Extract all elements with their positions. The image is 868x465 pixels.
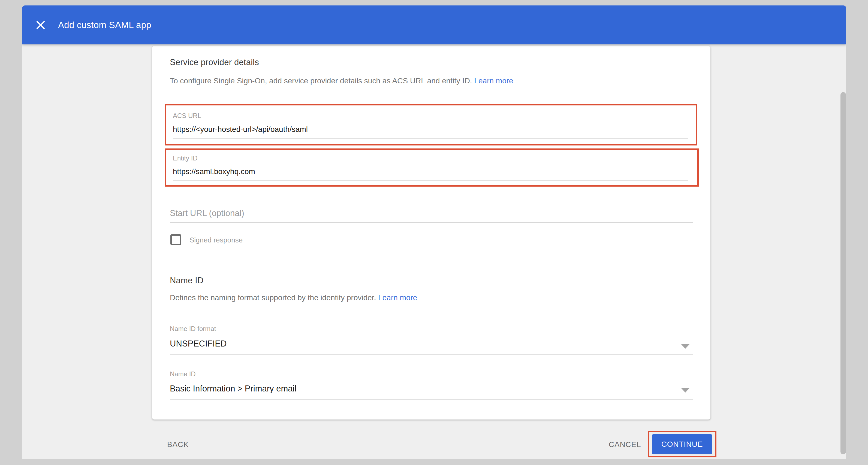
dialog-title: Add custom SAML app [58, 20, 151, 30]
name-id-heading: Name ID [170, 276, 204, 286]
continue-button[interactable]: CONTINUE [652, 434, 712, 454]
service-provider-description: To configure Single Sign-On, add service… [170, 76, 513, 85]
name-id-description-text: Defines the naming format supported by t… [170, 293, 376, 302]
dialog-header: Add custom SAML app [22, 5, 846, 44]
name-id-select-label: Name ID [170, 370, 196, 378]
name-id-select[interactable]: Basic Information > Primary email [170, 384, 296, 394]
name-id-format-label: Name ID format [170, 325, 216, 333]
signed-response-label: Signed response [189, 236, 243, 244]
name-id-format-caret-down-icon[interactable] [681, 344, 690, 349]
back-button[interactable]: BACK [161, 435, 195, 454]
service-provider-card: Service provider details To configure Si… [152, 46, 710, 420]
entity-id-highlight-box: Entity ID https://saml.boxyhq.com [165, 148, 699, 187]
entity-id-input[interactable]: https://saml.boxyhq.com [173, 167, 255, 176]
cancel-button[interactable]: CANCEL [602, 435, 647, 454]
vertical-scrollbar-thumb[interactable] [840, 92, 846, 454]
name-id-caret-down-icon[interactable] [681, 388, 690, 393]
name-id-description: Defines the naming format supported by t… [170, 293, 417, 302]
acs-url-highlight-box: ACS URL https://<your-hosted-url>/api/oa… [165, 104, 697, 145]
acs-url-underline [173, 138, 688, 139]
name-id-underline [170, 399, 693, 400]
entity-id-label: Entity ID [173, 155, 198, 162]
close-icon[interactable] [35, 19, 46, 31]
start-url-input[interactable]: Start URL (optional) [170, 208, 244, 218]
name-id-learn-more-link[interactable]: Learn more [378, 293, 417, 302]
service-provider-description-text: To configure Single Sign-On, add service… [170, 76, 472, 85]
service-provider-heading: Service provider details [170, 58, 259, 67]
acs-url-input[interactable]: https://<your-hosted-url>/api/oauth/saml [173, 125, 308, 134]
entity-id-underline [173, 180, 688, 181]
name-id-format-underline [170, 354, 693, 355]
start-url-underline [170, 222, 693, 223]
page-background: Add custom SAML app Service provider det… [0, 0, 868, 465]
service-provider-learn-more-link[interactable]: Learn more [474, 76, 513, 85]
add-custom-saml-app-dialog: Add custom SAML app Service provider det… [22, 5, 846, 459]
signed-response-checkbox[interactable] [170, 234, 181, 245]
acs-url-label: ACS URL [173, 112, 201, 120]
name-id-format-select[interactable]: UNSPECIFIED [170, 339, 226, 349]
continue-highlight-box: CONTINUE [648, 431, 716, 457]
